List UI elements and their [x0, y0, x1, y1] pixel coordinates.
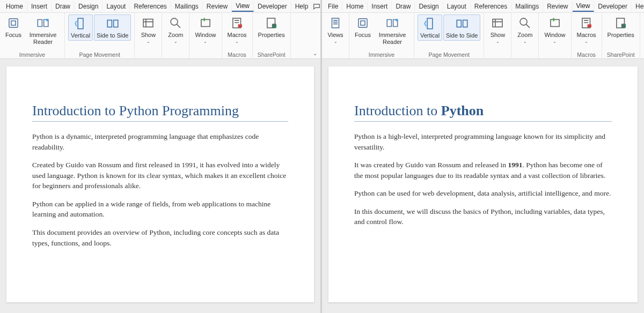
- group-zoom: Zoom ⌄: [162, 13, 189, 59]
- paragraph[interactable]: Python can be used for web development, …: [354, 188, 612, 199]
- svg-rect-6: [143, 19, 153, 27]
- chevron-down-icon: ⌄: [147, 39, 150, 44]
- comment-icon[interactable]: [313, 1, 320, 12]
- tabs-row: File Home Insert Draw Design Layout Refe…: [322, 0, 644, 13]
- paragraph[interactable]: Python is a dynamic, interpreted program…: [32, 131, 288, 152]
- chevron-down-icon: ⌄: [496, 39, 500, 44]
- group-zoom: Zoom ⌄: [511, 13, 539, 59]
- macros-icon: [579, 16, 594, 31]
- group-window: Window ⌄: [189, 13, 222, 59]
- document-area[interactable]: Introduction to Python Programming Pytho…: [0, 59, 320, 313]
- tab-design[interactable]: Design: [415, 2, 443, 11]
- vertical-button[interactable]: Vertical: [418, 14, 442, 41]
- tab-design[interactable]: Design: [75, 2, 103, 11]
- text-run: It was created by Guido van Rossum and r…: [354, 161, 508, 169]
- paragraph[interactable]: Python is a high-level, interpreted prog…: [354, 131, 612, 152]
- svg-rect-1: [11, 21, 16, 25]
- document-area[interactable]: Introduction to Python Python is a high-…: [322, 59, 644, 313]
- tab-mailings[interactable]: Mailings: [511, 2, 543, 11]
- document-body[interactable]: Python is a high-level, interpreted prog…: [354, 131, 612, 227]
- tab-layout[interactable]: Layout: [443, 2, 471, 11]
- vertical-button[interactable]: Vertical: [68, 14, 93, 41]
- tab-insert[interactable]: Insert: [27, 2, 52, 11]
- tab-insert[interactable]: Insert: [368, 2, 392, 11]
- tab-draw[interactable]: Draw: [52, 2, 75, 11]
- paragraph[interactable]: This document provides an overview of Py…: [32, 227, 288, 248]
- tab-view[interactable]: View: [573, 1, 595, 12]
- tab-home[interactable]: Home: [2, 2, 27, 11]
- show-button[interactable]: Show ⌄: [138, 14, 158, 45]
- window-button[interactable]: Window ⌄: [542, 14, 567, 45]
- svg-point-22: [520, 18, 527, 25]
- svg-rect-5: [113, 20, 118, 27]
- immersive-reader-button[interactable]: Immersive Reader: [374, 14, 411, 47]
- svg-point-17: [396, 19, 398, 21]
- group-label-page-movement: Page Movement: [65, 51, 134, 58]
- chevron-down-icon: ⌄: [553, 39, 557, 44]
- side-to-side-button[interactable]: Side to Side: [94, 14, 131, 41]
- group-label-immersive: Immersive: [349, 51, 414, 58]
- svg-rect-4: [107, 20, 112, 27]
- group-immersive: Focus Immersive Reader Immersive: [349, 13, 414, 59]
- svg-point-2: [46, 19, 49, 21]
- chevron-down-icon: ⌄: [203, 39, 207, 44]
- tab-help[interactable]: Help: [632, 2, 644, 11]
- tab-file[interactable]: File: [324, 2, 342, 11]
- tab-review[interactable]: Review: [203, 2, 232, 11]
- zoom-button[interactable]: Zoom ⌄: [515, 14, 535, 45]
- svg-rect-8: [201, 20, 210, 27]
- side-scroll-icon: [105, 16, 120, 31]
- tab-view[interactable]: View: [232, 1, 254, 12]
- svg-rect-23: [551, 20, 559, 27]
- properties-button[interactable]: S Properties: [605, 14, 636, 40]
- svg-text:S: S: [273, 24, 275, 27]
- focus-icon: [355, 16, 370, 31]
- paragraph[interactable]: Created by Guido van Rossum and first re…: [32, 160, 288, 191]
- window-right: File Home Insert Draw Design Layout Refe…: [322, 0, 644, 313]
- group-show: Show ⌄: [135, 13, 162, 59]
- svg-rect-19: [457, 20, 461, 27]
- tab-references[interactable]: References: [130, 2, 171, 11]
- window-left: Home Insert Draw Design Layout Reference…: [0, 0, 322, 313]
- tab-draw[interactable]: Draw: [392, 2, 415, 11]
- macros-button[interactable]: Macros ⌄: [575, 14, 598, 45]
- tab-home[interactable]: Home: [342, 2, 368, 11]
- paragraph[interactable]: It was created by Guido van Rossum and r…: [354, 160, 612, 181]
- focus-button[interactable]: Focus: [353, 14, 373, 40]
- book-speaker-icon: [35, 16, 50, 31]
- properties-icon: S: [613, 16, 628, 31]
- views-button[interactable]: Views ⌄: [325, 14, 346, 45]
- svg-point-7: [171, 18, 178, 25]
- side-to-side-button[interactable]: Side to Side: [443, 14, 480, 41]
- properties-button[interactable]: S Properties: [256, 14, 287, 40]
- immersive-reader-button[interactable]: Immersive Reader: [25, 14, 61, 47]
- window-button[interactable]: Window ⌄: [193, 14, 218, 45]
- tab-mailings[interactable]: Mailings: [171, 2, 203, 11]
- group-label-page-movement: Page Movement: [414, 51, 484, 58]
- tab-developer[interactable]: Developer: [254, 2, 291, 11]
- chevron-down-icon: ⌄: [584, 39, 588, 44]
- tab-references[interactable]: References: [471, 2, 511, 11]
- svg-rect-3: [78, 18, 83, 29]
- zoom-button[interactable]: Zoom ⌄: [165, 14, 186, 45]
- show-button[interactable]: Show ⌄: [487, 14, 508, 45]
- tab-help[interactable]: Help: [291, 2, 313, 11]
- document-title: Introduction to Python: [354, 103, 612, 122]
- group-page-movement: Vertical Side to Side Page Movement: [414, 13, 484, 59]
- book-speaker-icon: [385, 16, 400, 31]
- vertical-scroll-icon: [422, 16, 437, 31]
- tab-review[interactable]: Review: [543, 2, 572, 11]
- tab-developer[interactable]: Developer: [594, 2, 632, 11]
- paragraph[interactable]: Python can be applied in a wide range of…: [32, 199, 288, 220]
- magnifier-icon: [168, 16, 183, 31]
- document-body[interactable]: Python is a dynamic, interpreted program…: [32, 131, 288, 248]
- paragraph[interactable]: In this document, we will discuss the ba…: [354, 206, 612, 227]
- collapse-ribbon-icon[interactable]: ⌄: [313, 50, 317, 56]
- svg-text:S: S: [622, 24, 625, 27]
- svg-rect-0: [9, 19, 18, 27]
- new-window-icon: [198, 16, 213, 31]
- tab-layout[interactable]: Layout: [103, 2, 130, 11]
- ruler-grid-icon: [490, 16, 505, 31]
- focus-button[interactable]: Focus: [3, 14, 24, 40]
- macros-button[interactable]: Macros ⌄: [225, 14, 249, 45]
